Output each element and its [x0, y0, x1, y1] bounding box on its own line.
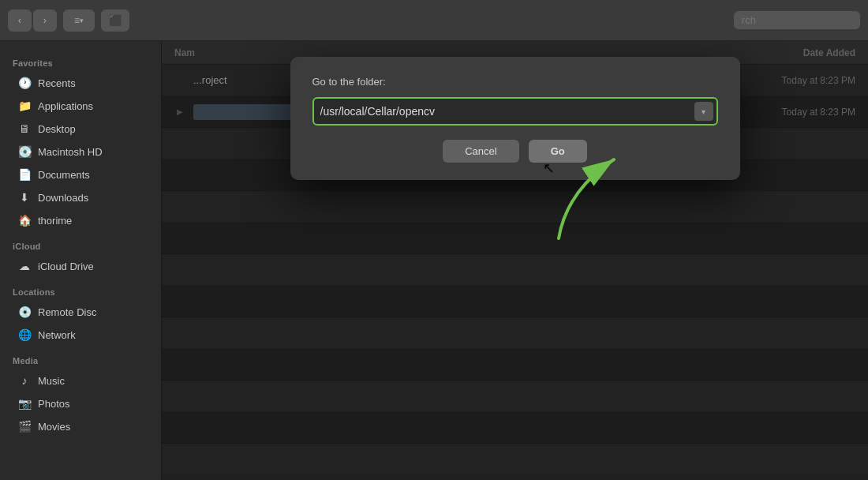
downloads-icon: ⬇ — [17, 190, 32, 204]
sidebar-item-macintosh-hd[interactable]: 💽 Macintosh HD — [5, 141, 156, 163]
sidebar-item-label: Photos — [38, 398, 69, 410]
cancel-button[interactable]: Cancel — [443, 140, 518, 163]
macintosh-hd-icon: 💽 — [17, 144, 32, 159]
nav-buttons: ‹ › — [8, 9, 57, 32]
favorites-section-label: Favorites — [0, 49, 161, 71]
view-options-button[interactable]: ≡ ▾ — [63, 9, 95, 32]
folder-path-input[interactable] — [320, 100, 690, 122]
sidebar-item-label: Recents — [38, 77, 76, 89]
documents-icon: 📄 — [17, 167, 32, 182]
sidebar-item-label: Desktop — [38, 123, 76, 135]
photos-icon: 📷 — [17, 396, 32, 411]
sidebar-item-photos[interactable]: 📷 Photos — [5, 392, 156, 414]
sidebar-item-label: Movies — [38, 421, 70, 433]
sidebar-item-label: Music — [38, 375, 65, 387]
applications-icon: 📁 — [17, 99, 32, 113]
sidebar-item-icloud-drive[interactable]: ☁ iCloud Drive — [5, 255, 156, 277]
chevron-down-icon: ▾ — [80, 17, 84, 24]
list-icon: ≡ — [74, 15, 80, 26]
sidebar-item-thorime[interactable]: 🏠 thorime — [5, 209, 156, 231]
sidebar-item-network[interactable]: 🌐 Network — [5, 324, 156, 346]
content-area: Nam Date Added ...roject Today at 8:23 P… — [162, 41, 868, 480]
media-section-label: Media — [0, 347, 161, 369]
icloud-section-label: iCloud — [0, 232, 161, 254]
dialog-input-row: ▾ — [312, 97, 718, 126]
main-layout: Favorites 🕐 Recents 📁 Applications 🖥 Des… — [0, 41, 868, 480]
action-button[interactable]: ⬛ — [101, 9, 129, 32]
search-input[interactable] — [734, 11, 860, 29]
goto-folder-dialog: Go to the folder: ▾ Cancel Go — [290, 57, 740, 180]
sidebar-item-label: iCloud Drive — [38, 261, 94, 272]
sidebar-item-label: Macintosh HD — [38, 146, 103, 158]
locations-section-label: Locations — [0, 278, 161, 300]
path-dropdown-button[interactable]: ▾ — [694, 102, 713, 121]
remote-disc-icon: 💿 — [17, 305, 32, 319]
sidebar-item-label: Applications — [38, 100, 93, 112]
dialog-buttons: Cancel Go — [312, 140, 718, 163]
sidebar-item-label: Network — [38, 329, 76, 341]
sidebar: Favorites 🕐 Recents 📁 Applications 🖥 Des… — [0, 41, 162, 480]
sidebar-item-documents[interactable]: 📄 Documents — [5, 163, 156, 186]
sidebar-item-recents[interactable]: 🕐 Recents — [5, 72, 156, 94]
music-icon: ♪ — [17, 373, 32, 388]
sidebar-item-label: Documents — [38, 169, 90, 181]
titlebar: ‹ › ≡ ▾ ⬛ — [0, 0, 868, 41]
sidebar-item-movies[interactable]: 🎬 Movies — [5, 415, 156, 437]
back-button[interactable]: ‹ — [8, 9, 32, 32]
dialog-overlay: Go to the folder: ▾ Cancel Go — [162, 41, 868, 480]
go-button[interactable]: Go — [529, 140, 587, 163]
sidebar-item-desktop[interactable]: 🖥 Desktop — [5, 118, 156, 140]
sidebar-item-music[interactable]: ♪ Music — [5, 369, 156, 392]
recents-icon: 🕐 — [17, 76, 32, 90]
folder-icon: ⬛ — [109, 14, 122, 27]
movies-icon: 🎬 — [17, 419, 32, 433]
forward-button[interactable]: › — [33, 9, 57, 32]
sidebar-item-remote-disc[interactable]: 💿 Remote Disc — [5, 301, 156, 323]
desktop-icon: 🖥 — [17, 122, 32, 136]
sidebar-item-label: Remote Disc — [38, 306, 96, 318]
dialog-title: Go to the folder: — [312, 76, 718, 88]
thorime-icon: 🏠 — [17, 213, 32, 227]
sidebar-item-label: thorime — [38, 215, 72, 227]
icloud-icon: ☁ — [17, 259, 32, 273]
sidebar-item-applications[interactable]: 📁 Applications — [5, 95, 156, 117]
network-icon: 🌐 — [17, 328, 32, 342]
sidebar-item-downloads[interactable]: ⬇ Downloads — [5, 186, 156, 208]
sidebar-item-label: Downloads — [38, 192, 88, 204]
